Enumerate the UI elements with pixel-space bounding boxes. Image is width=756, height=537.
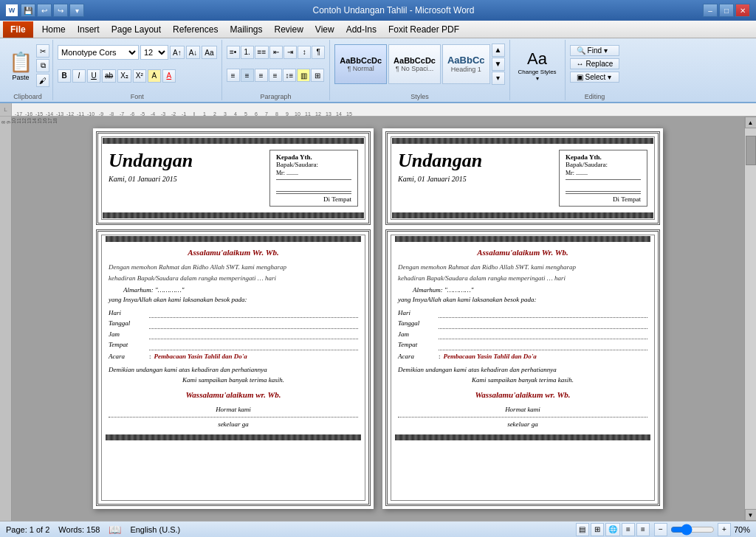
quick-access-save[interactable]: 💾: [21, 4, 35, 17]
decrease-font-btn[interactable]: A↓: [186, 46, 201, 59]
justify-btn[interactable]: ≡: [269, 69, 282, 82]
zoom-slider[interactable]: [670, 524, 715, 536]
status-right: ▤ ⊞ 🌐 ≡ ≡ − + 70%: [576, 523, 750, 536]
clear-format-btn[interactable]: Aa: [202, 46, 216, 59]
mailings-menu[interactable]: Mailings: [224, 21, 268, 38]
increase-font-btn[interactable]: A↑: [170, 46, 185, 59]
undangan-title-2: Undangan: [398, 150, 482, 172]
outline-view-btn[interactable]: ≡: [622, 523, 635, 536]
tanggal-dots-2: [439, 319, 647, 329]
shading-btn[interactable]: ▥: [297, 69, 310, 82]
acara-colon-1: :: [149, 352, 151, 362]
minimize-btn[interactable]: –: [703, 4, 718, 17]
references-menu[interactable]: References: [167, 21, 224, 38]
multilevel-btn[interactable]: ≡≡: [255, 46, 269, 59]
styles-scroll-down[interactable]: ▼: [492, 58, 505, 71]
numbering-btn[interactable]: 1.: [241, 46, 254, 59]
font-family-select[interactable]: Monotype Cors: [58, 45, 139, 60]
line-spacing-btn[interactable]: ↕≡: [283, 69, 297, 82]
paste-icon: 📋: [9, 51, 32, 74]
select-btn[interactable]: ▣ Select ▾: [570, 72, 620, 83]
draft-view-btn[interactable]: ≡: [636, 523, 650, 536]
bullets-btn[interactable]: ≡•: [227, 46, 240, 59]
web-layout-btn[interactable]: 🌐: [605, 523, 620, 536]
align-left-btn[interactable]: ≡: [227, 69, 240, 82]
addins-menu[interactable]: Add-Ins: [340, 21, 382, 38]
home-menu[interactable]: Home: [36, 21, 72, 38]
zoom-out-btn[interactable]: −: [654, 523, 667, 536]
find-btn[interactable]: 🔍 Find ▾: [570, 45, 620, 56]
salam-2: Assalamu'alaikum Wr. Wb.: [398, 246, 647, 259]
styles-expand[interactable]: ▾: [492, 72, 505, 85]
foxit-menu[interactable]: Foxit Reader PDF: [382, 21, 465, 38]
superscript-btn[interactable]: X²: [133, 69, 146, 83]
font-size-select[interactable]: 12: [140, 45, 168, 60]
heading1-preview: AaBbCc: [447, 55, 485, 66]
heading1-style-btn[interactable]: AaBbCc Heading 1: [442, 44, 490, 84]
close-btn[interactable]: ✕: [735, 4, 750, 17]
para1-1: Dengan memohon Rahmat dan Ridho Allah SW…: [109, 263, 358, 273]
paragraph-label: Paragraph: [260, 93, 291, 100]
hormat-2: Hormat kami: [398, 405, 647, 415]
quick-access-more[interactable]: ▾: [69, 4, 84, 17]
insert-menu[interactable]: Insert: [72, 21, 106, 38]
change-styles-group: Aa Change Styles ▾: [510, 40, 566, 100]
scroll-up-btn[interactable]: ▲: [745, 117, 757, 128]
scrollbar-track[interactable]: [745, 128, 757, 509]
quick-access-redo[interactable]: ↪: [53, 4, 68, 17]
borders-btn[interactable]: ⊞: [311, 69, 324, 82]
font-color-btn[interactable]: A: [162, 69, 176, 83]
underline-btn[interactable]: U: [87, 69, 100, 83]
acara-row-1: Acara : Pembacaan Yasin Tahlil dan Do'a: [109, 352, 358, 362]
increase-indent-btn[interactable]: ⇥: [284, 46, 297, 59]
italic-btn[interactable]: I: [72, 69, 86, 83]
quick-access-undo[interactable]: ↩: [37, 4, 52, 17]
find-label: Find: [588, 46, 602, 55]
styles-scroll-up[interactable]: ▲: [492, 44, 505, 57]
strikethrough-btn[interactable]: ab: [102, 69, 116, 83]
hari-dots-2: [439, 308, 647, 319]
ruler-corner: L: [0, 103, 12, 117]
ornament-body-bottom-2: [395, 434, 650, 440]
text-highlight-btn[interactable]: A: [148, 69, 161, 83]
language: English (U.S.): [130, 525, 180, 534]
decrease-indent-btn[interactable]: ⇤: [269, 46, 283, 59]
subscript-btn[interactable]: X₂: [117, 69, 131, 83]
copy-btn[interactable]: ⧉: [36, 59, 49, 72]
undangan-date-2: Kami, 01 Januari 2015: [398, 175, 482, 183]
view-menu[interactable]: View: [309, 21, 340, 38]
bold-btn[interactable]: B: [58, 69, 71, 83]
replace-btn[interactable]: ↔ Replace: [570, 58, 620, 69]
normal-style-btn[interactable]: AaBbCcDc ¶ Normal: [334, 44, 387, 84]
right-scrollbar: ▲ ▼: [744, 117, 756, 521]
scroll-down-btn[interactable]: ▼: [745, 509, 757, 521]
paste-btn[interactable]: 📋 Paste: [6, 49, 35, 83]
status-left: Page: 1 of 2 Words: 158 📖 English (U.S.): [6, 524, 180, 536]
scrollbar-thumb[interactable]: [746, 136, 756, 165]
body-content-2: Assalamu'alaikum Wr. Wb. Dengan memohon …: [395, 246, 650, 430]
change-styles-arrow: ▾: [536, 75, 539, 82]
full-reading-btn[interactable]: ⊞: [591, 523, 604, 536]
file-menu[interactable]: File: [3, 21, 33, 38]
sort-btn[interactable]: ↕: [298, 46, 311, 59]
demikian-2: Demikian undangan kami atas kehadiran da…: [398, 365, 647, 375]
find-arrow: ▾: [604, 46, 608, 55]
undangan-title-1: Undangan: [109, 150, 193, 172]
zoom-in-btn[interactable]: +: [718, 523, 731, 536]
ornament-bottom-1: [103, 212, 364, 218]
change-styles-btn[interactable]: Aa Change Styles ▾: [513, 47, 562, 84]
show-marks-btn[interactable]: ¶: [312, 46, 325, 59]
document-area[interactable]: Undangan Kami, 01 Januari 2015 Kepada Yt…: [12, 117, 744, 521]
align-right-btn[interactable]: ≡: [255, 69, 268, 82]
maximize-btn[interactable]: □: [719, 4, 734, 17]
print-layout-btn[interactable]: ▤: [576, 523, 589, 536]
left-margin-bar: -1|123456789101112131415161718: [0, 117, 12, 521]
no-spacing-style-btn[interactable]: AaBbCcDc ¶ No Spaci...: [388, 44, 441, 84]
format-painter-btn[interactable]: 🖌: [36, 74, 49, 87]
review-menu[interactable]: Review: [268, 21, 309, 38]
invitation-top-1: Undangan Kami, 01 Januari 2015 Kepada Yt…: [96, 131, 371, 225]
page-layout-menu[interactable]: Page Layout: [106, 21, 167, 38]
select-arrow: ▾: [608, 73, 611, 81]
cut-btn[interactable]: ✂: [36, 44, 49, 58]
align-center-btn[interactable]: ≡: [241, 69, 254, 82]
